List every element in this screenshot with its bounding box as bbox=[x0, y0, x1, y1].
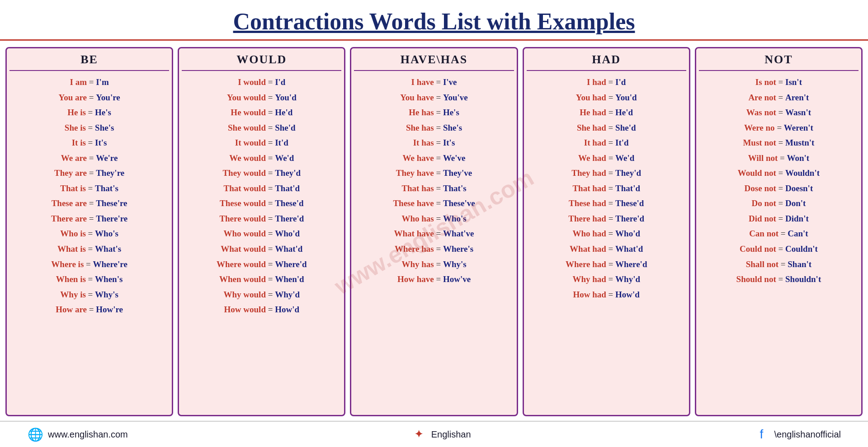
contraction: These've bbox=[443, 198, 475, 208]
full-form: Do not bbox=[751, 198, 776, 208]
contraction: That'd bbox=[275, 184, 300, 193]
full-form: How had bbox=[573, 290, 606, 299]
entry-had-0: I had = I'd bbox=[527, 75, 686, 90]
social-label: \englishanofficial bbox=[774, 429, 841, 440]
entry-be-7: That is = That's bbox=[9, 181, 169, 196]
contraction: Where's bbox=[443, 244, 473, 254]
contraction: You'd bbox=[615, 93, 637, 102]
full-form: These would bbox=[220, 198, 266, 208]
contraction: That's bbox=[443, 184, 467, 193]
equals-sign: = bbox=[87, 168, 96, 178]
contraction: We're bbox=[96, 153, 118, 163]
entry-would-10: Who would = Who'd bbox=[182, 226, 341, 241]
equals-sign: = bbox=[86, 290, 95, 299]
equals-sign: = bbox=[606, 214, 615, 223]
footer: 🌐 www.englishan.com ✦ Englishan f \engli… bbox=[0, 421, 868, 447]
contraction: It's bbox=[443, 138, 455, 147]
contraction: Why's bbox=[443, 259, 467, 269]
entry-not-2: Was not = Wasn't bbox=[699, 105, 859, 120]
footer-website: 🌐 www.englishan.com bbox=[27, 426, 128, 442]
entry-would-15: How would = How'd bbox=[182, 302, 341, 317]
full-form: What is bbox=[57, 244, 86, 254]
header: Contractions Words List with Examples bbox=[0, 0, 868, 41]
entry-have-has-9: Who has = Who's bbox=[354, 211, 514, 226]
contraction: Mustn't bbox=[785, 138, 814, 147]
equals-sign: = bbox=[776, 168, 785, 178]
entry-had-11: What had = What'd bbox=[527, 241, 686, 257]
entry-would-2: He would = He'd bbox=[182, 105, 341, 120]
full-form: He would bbox=[231, 108, 266, 117]
contraction: Doesn't bbox=[785, 184, 813, 193]
entry-have-has-3: She has = She's bbox=[354, 120, 514, 136]
full-form: She had bbox=[577, 123, 606, 132]
full-form: Why had bbox=[572, 274, 606, 284]
contraction: Won't bbox=[787, 153, 810, 163]
column-header-have-has: HAVE\HAS bbox=[354, 53, 514, 71]
entry-would-5: We would = We'd bbox=[182, 151, 341, 166]
equals-sign: = bbox=[266, 184, 275, 193]
full-form: These are bbox=[52, 198, 87, 208]
full-form: Was not bbox=[746, 108, 776, 117]
equals-sign: = bbox=[776, 77, 785, 87]
entry-be-2: He is = He's bbox=[9, 105, 169, 120]
equals-sign: = bbox=[775, 123, 784, 132]
entry-would-3: She would = She'd bbox=[182, 120, 341, 136]
entry-would-12: Where would = Where'd bbox=[182, 257, 341, 272]
equals-sign: = bbox=[266, 168, 275, 178]
equals-sign: = bbox=[434, 214, 443, 223]
full-form: Who has bbox=[401, 214, 434, 223]
equals-sign: = bbox=[778, 153, 787, 163]
full-form: I had bbox=[587, 77, 606, 87]
full-form: Who would bbox=[224, 229, 266, 238]
entry-not-0: Is not = Isn't bbox=[699, 75, 859, 90]
equals-sign: = bbox=[86, 138, 95, 147]
equals-sign: = bbox=[776, 214, 785, 223]
entry-have-has-7: That has = That's bbox=[354, 181, 514, 196]
contraction: Aren't bbox=[785, 93, 809, 102]
full-form: You had bbox=[576, 93, 606, 102]
equals-sign: = bbox=[606, 259, 615, 269]
entry-be-9: There are = There're bbox=[9, 211, 169, 226]
page-title: Contractions Words List with Examples bbox=[9, 8, 859, 35]
full-form: Who had bbox=[572, 229, 606, 238]
full-form: Where had bbox=[566, 259, 606, 269]
entry-had-14: How had = How'd bbox=[527, 287, 686, 302]
full-form: How would bbox=[224, 305, 266, 314]
full-form: It had bbox=[584, 138, 606, 147]
equals-sign: = bbox=[776, 93, 785, 102]
entry-would-4: It would = It'd bbox=[182, 135, 341, 151]
entry-be-11: What is = What's bbox=[9, 241, 169, 257]
equals-sign: = bbox=[776, 274, 785, 284]
contraction: What's bbox=[95, 244, 121, 254]
contraction: She's bbox=[95, 123, 114, 132]
column-not: NOTIs not = Isn'tAre not = Aren'tWas not… bbox=[695, 47, 863, 416]
equals-sign: = bbox=[87, 214, 96, 223]
contraction: Wasn't bbox=[785, 108, 811, 117]
equals-sign: = bbox=[86, 274, 95, 284]
contraction: He's bbox=[443, 108, 459, 117]
contraction: I'd bbox=[615, 77, 626, 87]
entry-have-has-11: Where has = Where's bbox=[354, 241, 514, 257]
entry-not-4: Must not = Mustn't bbox=[699, 135, 859, 151]
contraction: You've bbox=[443, 93, 468, 102]
full-form: Could not bbox=[740, 244, 776, 254]
full-form: How are bbox=[56, 305, 87, 314]
equals-sign: = bbox=[86, 229, 95, 238]
entry-would-14: Why would = Why'd bbox=[182, 287, 341, 302]
contraction: Who's bbox=[443, 214, 467, 223]
equals-sign: = bbox=[86, 108, 95, 117]
full-form: Where is bbox=[51, 259, 84, 269]
equals-sign: = bbox=[434, 108, 443, 117]
contraction: What've bbox=[443, 229, 474, 238]
contraction: There're bbox=[96, 214, 127, 223]
equals-sign: = bbox=[434, 138, 443, 147]
column-be: BEI am = I'mYou are = You'reHe is = He's… bbox=[5, 47, 173, 416]
column-have-has: HAVE\HASI have = I'veYou have = You'veHe… bbox=[350, 47, 518, 416]
full-form: They are bbox=[54, 168, 87, 178]
contraction: How'd bbox=[615, 290, 640, 299]
full-form: Dose not bbox=[745, 184, 776, 193]
equals-sign: = bbox=[87, 77, 96, 87]
entry-not-1: Are not = Aren't bbox=[699, 90, 859, 105]
full-form: When is bbox=[56, 274, 86, 284]
website-label: www.englishan.com bbox=[48, 429, 128, 440]
